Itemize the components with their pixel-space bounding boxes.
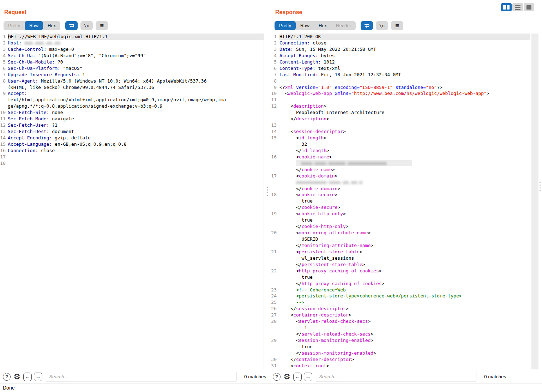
arrow-left-icon: ← [25, 374, 30, 380]
gear-icon: ⚙ [283, 373, 290, 381]
request-search-input[interactable] [46, 372, 236, 381]
code-row: 17 [0, 154, 264, 160]
line-number [270, 141, 279, 147]
response-match-count: 0 matches [484, 374, 506, 379]
line-number [270, 160, 279, 167]
line-number [0, 103, 8, 109]
request-view-tabs: PrettyRawHex [4, 21, 60, 30]
code-row: 5Sec-Ch-Ua-Mobile: ?0 [0, 59, 264, 65]
tab-raw[interactable]: Raw [296, 21, 314, 30]
code-row: 20 <monitoring-attribute-name> [270, 230, 530, 236]
line-number: 7 [0, 72, 8, 78]
request-wrap-toggle-button[interactable] [65, 21, 78, 30]
line-number: 30 [270, 356, 279, 363]
single-view-button[interactable] [524, 3, 534, 11]
line-number: 20 [270, 230, 279, 236]
line-number: 9 [0, 90, 8, 97]
response-newline-toggle-button[interactable]: \n [376, 21, 388, 30]
line-number: 18 [0, 160, 8, 167]
line-number: 2 [0, 40, 8, 46]
request-prev-match-button[interactable]: ← [23, 373, 32, 381]
response-scrollbar[interactable] [531, 34, 538, 369]
code-row: 8 [270, 78, 530, 84]
line-number: 18 [270, 192, 279, 198]
request-next-match-button[interactable]: → [34, 373, 42, 381]
code-row: wl_servlet_sessions [270, 255, 530, 261]
gear-icon: ⚙ [13, 373, 20, 381]
request-help-button[interactable]: ? [3, 373, 11, 381]
line-number: 13 [0, 128, 8, 135]
request-editor-menu-button[interactable]: ≡ [96, 21, 108, 30]
code-row: 1HTTP/1.1 200 OK [270, 34, 530, 40]
code-row: USERID [270, 236, 530, 242]
line-number: 15 [0, 141, 8, 147]
request-newline-toggle-button[interactable]: \n [80, 21, 93, 30]
line-number: 9 [270, 84, 279, 91]
line-number: 12 [270, 103, 279, 109]
code-row: true [270, 344, 530, 350]
line-number: 10 [270, 90, 279, 97]
request-search-settings-button[interactable]: ⚙ [13, 373, 21, 381]
response-editor[interactable]: 1HTTP/1.1 200 OK2Connection: close3Date:… [270, 34, 539, 369]
menu-icon: ≡ [100, 23, 103, 29]
tab-render: Render [331, 21, 356, 30]
tab-pretty: Pretty [4, 21, 25, 30]
response-help-button[interactable]: ? [273, 373, 281, 381]
code-row: 16Connection: close [0, 147, 264, 154]
response-prev-match-button[interactable]: ← [293, 373, 302, 381]
request-editor[interactable]: 1GET .//WEB-INF/weblogic.xml HTTP/1.12Ho… [0, 34, 264, 369]
tab-pretty[interactable]: Pretty [275, 21, 296, 30]
arrow-right-icon: → [306, 374, 311, 380]
code-row: 29 <session-monitoring-enabled> [270, 337, 530, 344]
line-number: 19 [270, 211, 279, 217]
code-row: 17 <cookie-domain> [270, 173, 530, 179]
column-icon [507, 5, 510, 10]
columns-view-button[interactable] [501, 3, 512, 11]
code-row: 23 <!-- Coherence*Web [270, 287, 530, 293]
line-number [270, 147, 279, 154]
code-row: 10Sec-Fetch-Site: none [0, 109, 264, 116]
code-row: 14 <session-descriptor> [270, 128, 530, 135]
line-number [270, 344, 279, 350]
stacked-view-button[interactable] [512, 3, 523, 11]
response-editor-menu-button[interactable]: ≡ [391, 21, 403, 30]
line-number: 1 [270, 34, 279, 40]
code-row: </http-proxy-caching-of-cookies> [270, 281, 530, 287]
code-row: 18 [0, 160, 264, 167]
response-next-match-button[interactable]: → [304, 373, 312, 381]
tab-raw[interactable]: Raw [25, 21, 43, 30]
response-wrap-toggle-button[interactable] [361, 21, 373, 30]
line-number: 16 [0, 147, 8, 154]
line-number: 24 [270, 293, 279, 299]
code-row: xxxxxxxxxxx-xxxx.xx.xx:x [270, 179, 530, 186]
line-number [270, 217, 279, 223]
response-search-input[interactable] [316, 372, 476, 381]
request-search-bar: ? ⚙ ← → 0 matches [3, 372, 266, 381]
line-number [270, 236, 279, 242]
panel-splitter-grip[interactable] [267, 187, 268, 196]
request-toolbar: PrettyRawHex \n ≡ [4, 21, 108, 30]
code-row: 15Accept-Language: en-GB,en-US;q=0.9,en;… [0, 141, 264, 147]
code-row: 11Sec-Fetch-Mode: navigate [0, 116, 264, 122]
rows-icon [515, 5, 520, 10]
code-row: (KHTML, like Gecko) Chrome/99.0.4844.74 … [0, 84, 264, 91]
line-number: 21 [270, 249, 279, 255]
code-row: true [270, 198, 530, 204]
line-number: 11 [0, 116, 8, 122]
code-row: 31 <context-root> [270, 363, 530, 369]
line-number: 17 [0, 154, 8, 160]
code-row: 6Sec-Ch-Ua-Platform: "macOS" [0, 65, 264, 72]
code-row: 28 <servlet-reload-check-secs> [270, 318, 530, 325]
tab-hex[interactable]: Hex [43, 21, 60, 30]
tab-hex[interactable]: Hex [314, 21, 331, 30]
line-number: 17 [270, 173, 279, 179]
code-row: </monitoring-attribute-name> [270, 242, 530, 249]
response-code: 1HTTP/1.1 200 OK2Connection: close3Date:… [270, 34, 530, 369]
line-number [270, 325, 279, 331]
line-number [0, 84, 8, 91]
edge-splitter-grip[interactable] [540, 182, 541, 191]
column-icon [503, 5, 506, 10]
response-search-settings-button[interactable]: ⚙ [283, 373, 291, 381]
code-row: 8User-Agent: Mozilla/5.0 (Windows NT 10.… [0, 78, 264, 84]
request-code: 1GET .//WEB-INF/weblogic.xml HTTP/1.12Ho… [0, 34, 264, 167]
